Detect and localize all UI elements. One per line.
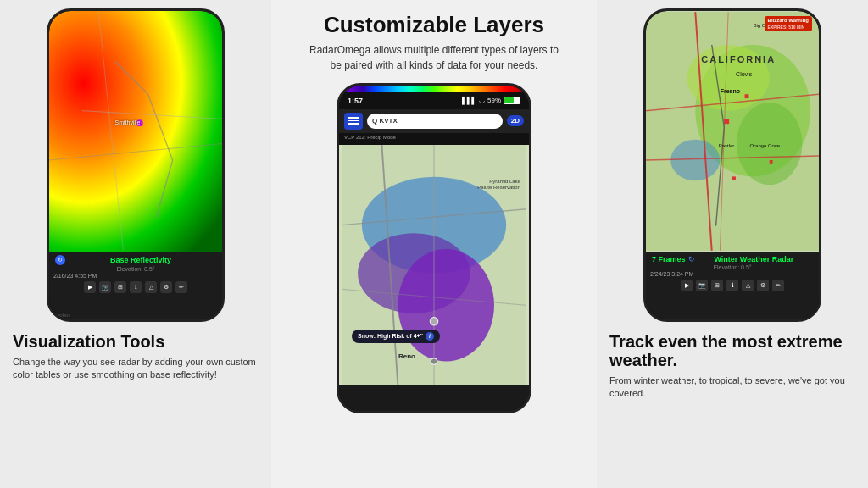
california-map-svg xyxy=(646,11,819,252)
svg-rect-14 xyxy=(732,176,736,180)
menu-line-2 xyxy=(348,120,359,122)
center-map-area: Pyramid LakePaiute Reservation Snow: Hig… xyxy=(339,145,529,385)
smithville-label: Smithville xyxy=(115,119,141,125)
right-radar-map: Fresno Clovis Pastler Orange Cove Big Cr… xyxy=(646,11,819,252)
svg-point-5 xyxy=(430,317,437,324)
info-icon-right: ℹ xyxy=(729,282,736,289)
warning-title: Blizzard Warning xyxy=(768,18,809,25)
search-bar[interactable]: Q KVTX xyxy=(367,114,503,129)
center-phone-screen: 1:57 ▌▌▌ ◡ 59% Q KVTX 2D xyxy=(339,86,529,411)
radar-type-label: Base Reflectivity xyxy=(110,256,171,264)
settings-icon-right: ⚙ xyxy=(760,282,766,289)
layers-button[interactable]: ⊞ xyxy=(114,281,126,293)
svg-rect-15 xyxy=(770,160,773,164)
svg-point-11 xyxy=(670,140,720,181)
right-bottom-bar: 7 Frames ↻ Winter Weather Radar Elevatio… xyxy=(646,252,819,319)
vcp-label: VCP 212: Precip Mode xyxy=(344,135,396,140)
left-panel-description: Change the way you see radar by adding y… xyxy=(13,356,259,382)
right-panel-description: From winter weather, to tropical, to sev… xyxy=(609,374,855,401)
pastler-label: Pastler xyxy=(719,143,735,148)
status-time: 1:57 xyxy=(348,97,363,105)
edit-button-right[interactable]: ✏ xyxy=(772,280,784,291)
playback-controls-left: ▶ 📷 ⊞ ℹ △ ⚙ xyxy=(53,281,218,293)
center-panel-title: Customizable Layers xyxy=(324,13,544,37)
color-scale-bar xyxy=(339,86,529,92)
right-panel-title: Track even the most extreme weather. xyxy=(609,332,855,369)
settings-button-right[interactable]: ⚙ xyxy=(757,280,769,291)
warning-button-right[interactable]: △ xyxy=(742,280,754,291)
left-radar-map: Smithville xyxy=(49,11,222,252)
camera-icon: 📷 xyxy=(102,284,108,291)
settings-button[interactable]: ⚙ xyxy=(160,281,172,293)
menu-line-1 xyxy=(348,117,359,119)
warning-button[interactable]: △ xyxy=(145,281,157,293)
mapbox-label: mapbox xyxy=(53,313,70,318)
battery-fill xyxy=(504,97,514,103)
camera-button-right[interactable]: 📷 xyxy=(696,280,708,291)
edit-icon-right: ✏ xyxy=(775,282,782,289)
wifi-icon: ◡ xyxy=(479,97,485,104)
center-phone-frame: 1:57 ▌▌▌ ◡ 59% Q KVTX 2D xyxy=(337,83,531,413)
radar-type-label-right: Winter Weather Radar xyxy=(714,255,793,263)
snow-info-icon[interactable]: i xyxy=(426,332,434,341)
date-label-left: 2/16/23 4:55 PM xyxy=(53,273,218,279)
layers-button-right[interactable]: ⊞ xyxy=(711,280,723,291)
camera-button[interactable]: 📷 xyxy=(99,281,111,293)
left-panel-title: Visualization Tools xyxy=(13,332,164,351)
svg-rect-12 xyxy=(724,119,729,124)
frames-label: 7 Frames xyxy=(652,255,686,263)
info-icon: ℹ xyxy=(132,284,139,291)
center-panel: Customizable Layers RadarOmega allows mu… xyxy=(271,0,597,488)
right-phone-screen: Fresno Clovis Pastler Orange Cove Big Cr… xyxy=(646,11,819,319)
orange-cove-label: Orange Cove xyxy=(749,143,780,148)
status-icons: ▌▌▌ ◡ 59% xyxy=(462,97,520,104)
layers-icon-right: ⊞ xyxy=(714,282,721,289)
elevation-label-right: Elevation: 0.5° xyxy=(650,264,815,270)
status-bar: 1:57 ▌▌▌ ◡ 59% xyxy=(339,92,529,109)
fresno-label: Fresno xyxy=(721,88,740,94)
center-toolbar: Q KVTX 2D xyxy=(339,109,529,133)
road-overlay-left xyxy=(49,11,222,252)
right-panel: Fresno Clovis Pastler Orange Cove Big Cr… xyxy=(597,0,868,488)
california-label: CALIFORNIA xyxy=(701,54,776,64)
play-icon: ▶ xyxy=(86,284,93,291)
settings-icon: ⚙ xyxy=(163,284,170,291)
info-button-right[interactable]: ℹ xyxy=(726,280,738,291)
warning-expires: EXPIRES: 510 MIN xyxy=(768,25,809,30)
edit-icon: ✏ xyxy=(178,284,185,291)
menu-line-3 xyxy=(348,123,359,125)
left-phone-frame: Smithville ↻ Base Reflectivity Elevation… xyxy=(47,8,225,322)
snow-popup: Snow: High Risk of 4+" i xyxy=(352,330,440,343)
layers-icon: ⊞ xyxy=(117,284,124,291)
battery-icon xyxy=(504,97,520,104)
refresh-icon: ↻ xyxy=(688,255,695,263)
play-icon-right: ▶ xyxy=(683,282,690,289)
center-panel-description: RadarOmega allows multiple different typ… xyxy=(307,42,561,73)
snow-popup-text: Snow: High Risk of 4+" xyxy=(358,333,423,339)
left-phone-screen: Smithville ↻ Base Reflectivity Elevation… xyxy=(49,11,222,319)
left-bottom-bar: ↻ Base Reflectivity Elevation: 0.5° 2/16… xyxy=(49,252,222,319)
date-label-right: 2/24/23 3:24 PM xyxy=(650,271,815,277)
right-phone-frame: Fresno Clovis Pastler Orange Cove Big Cr… xyxy=(643,8,821,322)
warning-icon-right: △ xyxy=(744,282,751,289)
reno-label: Reno xyxy=(398,352,415,360)
info-button[interactable]: ℹ xyxy=(130,281,142,293)
play-button[interactable]: ▶ xyxy=(84,281,96,293)
edit-button[interactable]: ✏ xyxy=(175,281,187,293)
signal-icon: ▌▌▌ xyxy=(462,97,476,104)
elevation-label-left: Elevation: 0.5° xyxy=(53,266,218,272)
playback-controls-right: ▶ 📷 ⊞ ℹ △ ⚙ xyxy=(650,280,815,291)
mode-2d-button[interactable]: 2D xyxy=(507,115,524,126)
camera-icon-right: 📷 xyxy=(698,282,705,289)
warning-icon: △ xyxy=(147,284,154,291)
pyramid-lake-label: Pyramid LakePaiute Reservation xyxy=(477,179,520,191)
play-button-right[interactable]: ▶ xyxy=(681,280,693,291)
clovis-label: Clovis xyxy=(736,71,752,77)
left-panel: Smithville ↻ Base Reflectivity Elevation… xyxy=(0,0,271,488)
menu-button[interactable] xyxy=(344,113,363,130)
svg-point-4 xyxy=(398,249,494,362)
svg-point-6 xyxy=(431,358,437,364)
svg-rect-13 xyxy=(745,94,749,98)
battery-percent: 59% xyxy=(487,97,501,104)
blizzard-warning-badge: Blizzard Warning EXPIRES: 510 MIN xyxy=(765,16,812,31)
